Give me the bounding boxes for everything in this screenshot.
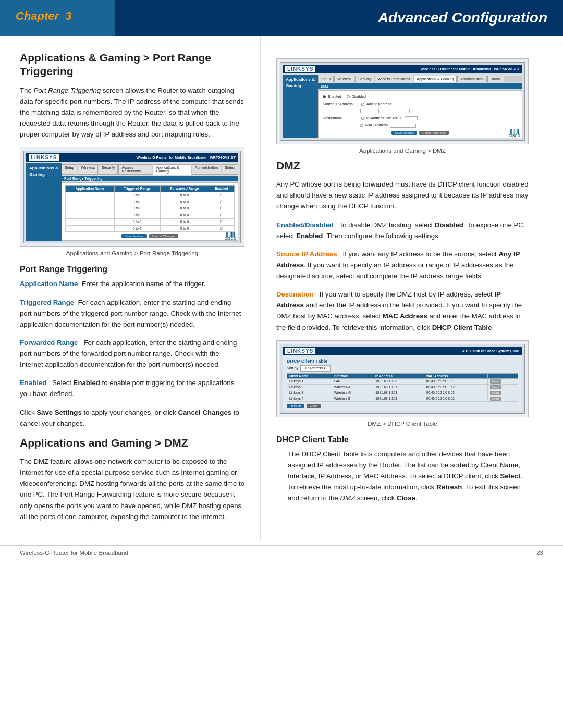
- mini-section-label: Port Range Triggering: [62, 176, 238, 181]
- table-row: Linksys 3 Wireless-G 192.168.1.103 00:40…: [287, 390, 518, 396]
- left-section-heading: Applications & Gaming > Port Range Trigg…: [20, 51, 244, 79]
- dmz-ip-input-3: [397, 109, 410, 113]
- dhcp-action-buttons: Refresh Close: [287, 404, 518, 408]
- dmz-mac-radio: [360, 124, 363, 127]
- table-row: Linksys 1 LAN 192.168.1.100 00:40:06:35:…: [287, 378, 518, 384]
- cisco-text: CISCO: [225, 237, 236, 240]
- dmz-section-label: DMZ: [318, 83, 522, 89]
- dmz-model: Wireless G Router for Mobile Broadband W…: [420, 67, 520, 71]
- chapter-word: Chapter: [16, 9, 59, 22]
- mini-cancel-btn: Cancel Changes: [149, 234, 178, 238]
- table-row: Linksys 4 Wireless-B 192.168.1.103 00:40…: [287, 396, 518, 401]
- enabled-para: Enabled Select Enabled to enable port tr…: [20, 377, 244, 399]
- dhcp-screenshot-box: LINKSYS A Division of Cisco Systems, Inc…: [276, 340, 529, 417]
- dmz-dest-input: [405, 116, 418, 120]
- col-action: [487, 373, 518, 378]
- dmz-mini-tabs: Setup Wireless Security Access Restricti…: [318, 76, 522, 82]
- dmz-enabled-row: Enabled Disabled: [323, 94, 518, 101]
- select-btn-1[interactable]: Select: [490, 379, 501, 384]
- dmz-mini-content: Enabled Disabled Source IP Address: Any …: [318, 90, 522, 138]
- port-range-screenshot-box: LINKSYS Wireless G Router for Mobile Bro…: [20, 147, 244, 247]
- page-title: Advanced Configuration: [115, 0, 563, 36]
- left-section-intro: The Port Range Triggering screen allows …: [20, 85, 244, 140]
- mini-sidebar: Applications &Gaming: [26, 163, 62, 241]
- table-row: 0 to 00 to 0☐: [66, 205, 235, 212]
- select-btn-4[interactable]: Select: [490, 397, 501, 401]
- dhcp-mini-header: LINKSYS A Division of Cisco Systems, Inc…: [283, 347, 522, 355]
- mini-port-table: Application Name Triggered Range Forward…: [65, 185, 235, 232]
- mini-save-btn: Save Settings: [121, 234, 147, 238]
- select-btn-3[interactable]: Select: [490, 391, 501, 395]
- col-enabled: Enabled: [209, 186, 235, 192]
- dmz-tab-security: Security: [355, 76, 374, 82]
- dmz-section-heading: Applications and Gaming > DMZ: [20, 436, 244, 450]
- dhcp-content-area: DHCP Client Table Sort by IP Address ▾ C…: [283, 355, 522, 411]
- dmz-main-area: Setup Wireless Security Access Restricti…: [318, 75, 522, 138]
- right-column: LINKSYS Wireless G Router for Mobile Bro…: [261, 36, 542, 540]
- table-row: 0 to 00 to 0☐: [66, 199, 235, 205]
- destination-para: Destination If you want to specify the D…: [276, 289, 529, 333]
- table-row: 0 to 00 to 0☐: [66, 225, 235, 232]
- page-footer: Wireless-G Router for Mobile Broadband 2…: [0, 545, 563, 560]
- dhcp-section-desc: The DHCP Client Table lists computers an…: [276, 449, 529, 504]
- mini-header: LINKSYS Wireless G Router for Mobile Bro…: [26, 153, 238, 162]
- dhcp-sort-row: Sort by IP Address ▾: [287, 365, 518, 372]
- forwarded-range-term: Forwarded Range: [20, 339, 78, 347]
- dmz-cisco-text: CISCO: [509, 134, 520, 138]
- dmz-sidebar: Applications &Gaming: [283, 75, 318, 138]
- dmz-tab-status: Status: [487, 76, 504, 82]
- dhcp-client-table: Client Name Interface IP Address MAC Add…: [287, 373, 518, 402]
- footer-left: Wireless-G Router for Mobile Broadband: [20, 550, 128, 556]
- mini-tab-admin: Administration: [192, 164, 221, 175]
- dmz-cisco-logo: ||||||| CISCO: [509, 129, 520, 138]
- dmz-caption: Applications and Gaming > DMZ: [276, 147, 529, 154]
- dhcp-close-btn[interactable]: Close: [307, 404, 321, 408]
- source-ip-term: Source IP Address: [276, 250, 337, 258]
- dmz-ip-input-2: [378, 109, 391, 113]
- col-client-name: Client Name: [287, 373, 332, 378]
- port-range-caption: Applications and Gaming > Port Range Tri…: [20, 250, 244, 256]
- mini-tab-security: Security: [99, 164, 118, 175]
- triggered-range-term: Triggered Range: [20, 299, 74, 306]
- dmz-sidebar-area: Applications &Gaming Setup Wireless Secu…: [283, 75, 522, 138]
- cisco-icon: |||||||: [225, 231, 236, 237]
- col-ip-address: IP Address: [373, 373, 424, 378]
- dmz-mini-header: LINKSYS Wireless G Router for Mobile Bro…: [283, 65, 522, 73]
- dmz-section-intro: The DMZ feature allows one network compu…: [20, 456, 244, 522]
- dmz-screenshot-box: LINKSYS Wireless G Router for Mobile Bro…: [276, 58, 529, 144]
- linksys-logo: LINKSYS: [29, 154, 59, 161]
- sort-label: Sort by: [287, 366, 298, 370]
- table-row: 0 to 00 to 0☐: [66, 212, 235, 219]
- cisco-logo-area: ||||||| CISCO: [225, 231, 236, 240]
- port-range-mini-ui: LINKSYS Wireless G Router for Mobile Bro…: [23, 151, 241, 243]
- select-btn-2[interactable]: Select: [490, 385, 501, 389]
- dmz-disabled-radio: [347, 95, 350, 98]
- mini-sidebar-area: Applications &Gaming Setup Wireless Secu…: [26, 163, 238, 241]
- col-forwarded: Forwarded Range: [160, 186, 209, 192]
- dmz-ip-input-1: [360, 109, 373, 113]
- dhcp-refresh-btn[interactable]: Refresh: [287, 404, 304, 408]
- mini-port-content: Application Name Triggered Range Forward…: [62, 182, 238, 241]
- chapter-number: 3: [65, 9, 71, 22]
- dmz-linksys-logo: LINKSYS: [285, 66, 315, 72]
- dmz-intro: Any PC whose port is being forwarded mus…: [276, 179, 529, 212]
- dmz-enabled-radio: [323, 95, 326, 98]
- sort-select[interactable]: IP Address ▾: [300, 365, 331, 372]
- dmz-destination-row: Destination: IP Address 192.168.1.: [323, 115, 518, 122]
- dmz-mac-row: MAC Address: [323, 122, 518, 129]
- mini-tab-status: Status: [222, 164, 238, 175]
- dmz-tab-setup: Setup: [318, 76, 334, 82]
- left-column: Applications & Gaming > Port Range Trigg…: [0, 36, 261, 540]
- dmz-tab-access: Access Restrictions: [375, 76, 413, 82]
- col-mac-address: MAC Address: [424, 373, 487, 378]
- port-range-subsection: Port Range Triggering: [20, 265, 244, 274]
- mini-save-cancel: Save Settings Cancel Changes: [65, 234, 235, 238]
- enabled-disabled-term: Enabled/Disabled: [276, 221, 334, 229]
- page-body: Applications & Gaming > Port Range Trigg…: [0, 36, 563, 540]
- dmz-source-row: Source IP Address: Any IP Address: [323, 101, 518, 108]
- dmz-tab-apps: Applications & Gaming: [414, 76, 457, 82]
- dmz-mini-buttons: Save Settings Cancel Changes: [323, 131, 518, 135]
- mini-tab-access: Access Restrictions: [118, 164, 152, 175]
- table-row: Linksys 2 Wireless-A 192.168.1.101 00:40…: [287, 384, 518, 390]
- app-name-para: Application Name Enter the application n…: [20, 278, 244, 289]
